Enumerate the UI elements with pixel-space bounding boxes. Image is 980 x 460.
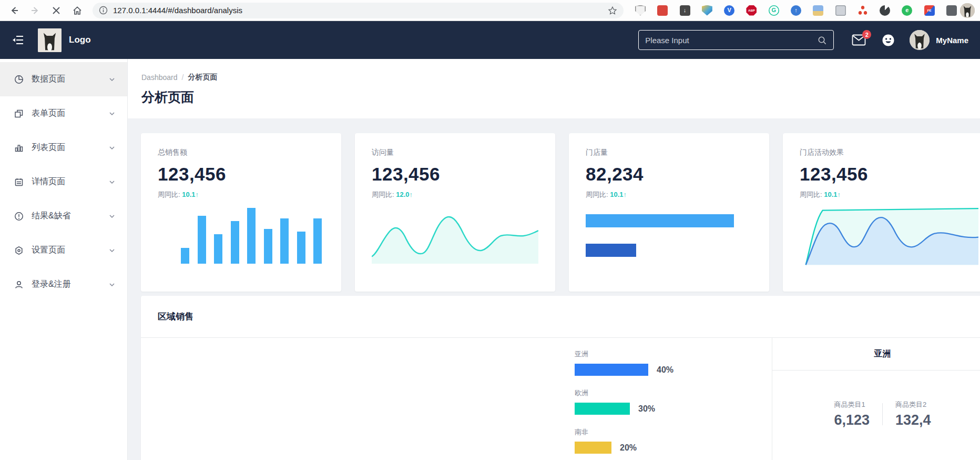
sidebar-item-label: 登录&注册 <box>32 279 108 290</box>
region-legend: 亚洲 40% 欧洲 30% <box>575 349 722 460</box>
messages-button[interactable]: 2 <box>852 34 866 46</box>
stat-value: 123,456 <box>800 164 966 185</box>
app-logo[interactable] <box>38 28 62 52</box>
stat-value: 123,456 <box>372 164 538 185</box>
bar <box>198 216 206 264</box>
global-search[interactable] <box>638 30 834 50</box>
sidebar: 数据页面 表单页面 列表页面 <box>0 59 128 460</box>
stat-ratio: 周同比: 12.0↑ <box>372 190 538 199</box>
legend-bar <box>575 403 630 415</box>
ext-privacy-shield-icon[interactable] <box>635 5 646 16</box>
ext-puzzle-icon[interactable] <box>946 5 957 16</box>
username-label[interactable]: MyName <box>936 36 968 45</box>
user-avatar[interactable] <box>910 30 930 50</box>
detail-panel-title: 亚洲 <box>772 338 980 371</box>
mini-area-chart <box>800 204 978 266</box>
legend-label: 亚洲 <box>575 349 722 359</box>
ext-photos-icon[interactable] <box>813 5 823 16</box>
app-header: Logo 2 MyName <box>0 21 980 59</box>
breadcrumb-root[interactable]: Dashboard <box>141 73 178 82</box>
ext-share-dots-icon[interactable] <box>858 5 868 16</box>
sidebar-item-login-pages[interactable]: 登录&注册 <box>0 267 127 302</box>
bar <box>280 218 289 264</box>
sidebar-item-settings-pages[interactable]: 设置页面 <box>0 233 127 267</box>
stat-value: 82,234 <box>586 164 752 185</box>
detail-stat-category1: 商品类目1 6,123 <box>821 400 882 428</box>
sidebar-item-label: 结果&缺省 <box>32 211 108 222</box>
legend-item-south-africa[interactable]: 南非 20% <box>575 427 722 454</box>
app-logo-text: Logo <box>69 35 91 45</box>
stat-ratio: 周同比: 10.1↑ <box>158 190 324 199</box>
sidebar-item-label: 详情页面 <box>32 176 108 187</box>
ext-evernote-icon[interactable]: e <box>902 5 912 16</box>
legend-bar <box>575 364 648 376</box>
url-text[interactable]: 127.0.0.1:4444/#/dashboard/analysis <box>113 6 603 15</box>
trend-up-arrow: ↑ <box>410 191 413 198</box>
site-info-icon[interactable] <box>99 6 108 15</box>
chevron-down-icon <box>108 281 116 288</box>
bar <box>214 234 222 264</box>
legend-item-europe[interactable]: 欧洲 30% <box>575 388 722 415</box>
detail-stat-label: 商品类目1 <box>834 400 870 409</box>
bar <box>264 229 272 264</box>
chevron-down-icon <box>108 178 116 186</box>
stat-ratio: 周同比: 10.1↑ <box>800 190 966 199</box>
document-icon <box>14 177 24 187</box>
mini-hbar-chart <box>586 214 734 257</box>
legend-label: 欧洲 <box>575 388 722 398</box>
bar <box>181 248 189 264</box>
address-bar[interactable]: 127.0.0.1:4444/#/dashboard/analysis <box>93 3 624 18</box>
browser-home-icon[interactable] <box>68 3 86 18</box>
ext-vimium-icon[interactable]: V <box>724 5 734 16</box>
detail-stat-value: 132,4 <box>895 412 931 428</box>
mini-bar-chart <box>181 208 322 264</box>
bookmark-star-icon[interactable] <box>608 6 617 15</box>
breadcrumb-current: 分析页面 <box>188 73 217 82</box>
sidebar-item-form-pages[interactable]: 表单页面 <box>0 96 127 131</box>
sidebar-collapse-icon[interactable] <box>12 34 24 46</box>
copy-icon <box>14 108 24 119</box>
stat-value: 123,456 <box>158 164 324 185</box>
ext-honey-shield-icon[interactable] <box>702 5 712 16</box>
ext-fe-helper-icon[interactable]: FE <box>924 5 935 16</box>
detail-stat-label: 商品类目2 <box>895 400 931 409</box>
legend-label: 南非 <box>575 427 722 437</box>
sidebar-item-detail-pages[interactable]: 详情页面 <box>0 165 127 199</box>
bar <box>297 232 305 264</box>
emoji-button[interactable] <box>882 34 895 47</box>
trend-up-arrow: ↑ <box>624 191 627 198</box>
trend-up-arrow: ↑ <box>838 191 841 198</box>
ext-upload-arrow-icon[interactable]: ↑ <box>791 5 801 16</box>
trend-up-arrow: ↑ <box>196 191 199 198</box>
ext-grammarly-icon[interactable]: G <box>769 5 779 16</box>
chevron-down-icon <box>108 213 116 220</box>
ext-download-icon[interactable]: ↓ <box>680 5 690 16</box>
stat-title: 访问量 <box>372 148 538 157</box>
browser-back-icon[interactable] <box>5 3 23 18</box>
sidebar-item-label: 数据页面 <box>32 74 108 85</box>
bar <box>313 218 322 264</box>
search-icon[interactable] <box>817 35 827 45</box>
breadcrumb: Dashboard / 分析页面 <box>141 73 980 82</box>
ext-web-clipper-icon[interactable] <box>835 5 846 16</box>
browser-forward-icon[interactable] <box>26 3 44 18</box>
stat-card-visits: 访问量 123,456 周同比: 12.0↑ <box>355 133 555 292</box>
ext-adblock-plus-icon[interactable]: ABP <box>746 5 757 16</box>
browser-profile-avatar[interactable] <box>960 3 975 18</box>
bar-chart-icon <box>14 143 24 153</box>
person-icon <box>14 279 24 290</box>
legend-item-asia[interactable]: 亚洲 40% <box>575 349 722 376</box>
sidebar-item-list-pages[interactable]: 列表页面 <box>0 131 127 165</box>
chevron-down-icon <box>108 110 116 117</box>
ext-proxy-icon[interactable] <box>657 5 668 16</box>
search-input[interactable] <box>645 36 817 45</box>
chevron-down-icon <box>108 247 116 254</box>
region-map-chart: 亚洲 40% 欧洲 30% <box>141 338 772 460</box>
sidebar-item-data-pages[interactable]: 数据页面 <box>0 62 127 96</box>
chevron-down-icon <box>108 144 116 152</box>
browser-stop-icon[interactable] <box>47 3 65 18</box>
stat-card-shops: 门店量 82,234 周同比: 10.1↑ <box>569 133 769 292</box>
sidebar-item-result-pages[interactable]: 结果&缺省 <box>0 199 127 233</box>
stat-title: 门店量 <box>586 148 752 157</box>
ext-dark-globe-icon[interactable] <box>880 5 890 16</box>
